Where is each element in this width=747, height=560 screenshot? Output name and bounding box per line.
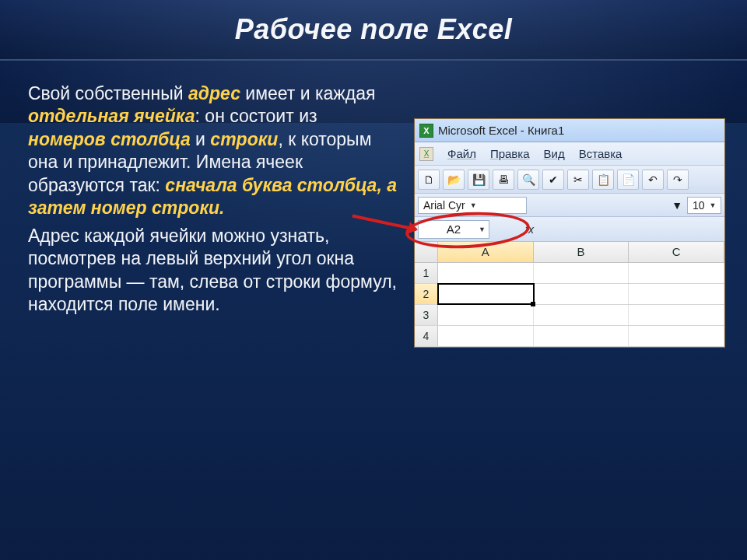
chevron-down-icon: ▼	[479, 226, 486, 233]
font-name-value: Arial Cyr	[423, 199, 465, 212]
row-header-1[interactable]: 1	[415, 263, 438, 283]
menu-insert[interactable]: Вставка	[579, 147, 622, 160]
grid-row: 4	[415, 326, 724, 347]
excel-window: X Microsoft Excel - Книга1 X Файл Правка…	[414, 118, 725, 348]
excel-fontbar: Arial Cyr ▼ ▼ 10 ▼	[415, 194, 724, 217]
paragraph-1: Свой собственный адрес имеет и каждая от…	[28, 82, 398, 220]
grid-row: 3	[415, 305, 724, 326]
column-headers: A B C	[415, 242, 724, 263]
print-icon[interactable]: 🖶	[493, 170, 514, 190]
highlight-cell: отдельная ячейка	[28, 106, 195, 126]
slide-title: Рабочее поле Excel	[235, 13, 513, 46]
paragraph-2: Адрес каждой ячейки можно узнать, посмот…	[28, 225, 398, 317]
text: имеет и каждая	[240, 83, 375, 103]
name-box-value: A2	[447, 222, 461, 236]
grid-row: 1	[415, 263, 724, 284]
menu-edit[interactable]: Правка	[490, 147, 530, 160]
redo-icon[interactable]: ↷	[667, 170, 689, 190]
copy-icon[interactable]: 📋	[592, 170, 614, 190]
new-icon[interactable]: 🗋	[418, 170, 440, 190]
menu-file[interactable]: Файл	[447, 147, 476, 160]
cut-icon[interactable]: ✂	[567, 170, 589, 190]
excel-logo-icon: X	[419, 124, 433, 138]
highlight-row: строки	[210, 129, 278, 149]
chevron-down-icon: ▼	[672, 199, 682, 212]
slide: Рабочее поле Excel Свой собственный адре…	[0, 0, 747, 560]
cell-c1[interactable]	[629, 263, 724, 283]
title-bar: Рабочее поле Excel	[0, 0, 747, 61]
text: Свой собственный	[28, 83, 188, 103]
font-name-combo[interactable]: Arial Cyr ▼	[418, 197, 527, 214]
excel-titlebar: X Microsoft Excel - Книга1	[415, 119, 724, 142]
excel-grid: A B C 1 2	[415, 242, 724, 347]
font-size-combo[interactable]: 10 ▼	[687, 197, 721, 214]
grid-row: 2	[415, 284, 724, 305]
excel-toolbar: 🗋 📂 💾 🖶 🔍 ✔ ✂ 📋 📄 ↶ ↷	[415, 166, 724, 194]
cell-c3[interactable]	[629, 305, 724, 325]
cell-b3[interactable]	[534, 305, 630, 325]
paste-icon[interactable]: 📄	[617, 170, 639, 190]
name-box[interactable]: A2 ▼	[418, 220, 489, 239]
cell-a1[interactable]	[438, 263, 534, 283]
excel-menubar: X Файл Правка Вид Вставка	[415, 142, 724, 166]
cell-a4[interactable]	[438, 326, 534, 346]
save-icon[interactable]: 💾	[468, 170, 489, 190]
cell-c4[interactable]	[629, 326, 724, 346]
highlight-col: номеров столбца	[28, 129, 191, 149]
font-size-value: 10	[693, 199, 705, 212]
cell-b2[interactable]	[534, 284, 630, 304]
row-header-3[interactable]: 3	[415, 305, 438, 325]
highlight-address: адрес	[188, 83, 240, 103]
col-header-c[interactable]: C	[629, 242, 724, 262]
excel-doc-icon: X	[419, 147, 433, 161]
text: и	[191, 129, 211, 149]
cell-b1[interactable]	[534, 263, 630, 283]
content-area: Свой собственный адрес имеет и каждая от…	[0, 61, 747, 348]
excel-title-text: Microsoft Excel - Книга1	[438, 124, 564, 137]
row-header-4[interactable]: 4	[415, 326, 438, 346]
menu-view[interactable]: Вид	[544, 147, 565, 160]
cell-a3[interactable]	[438, 305, 534, 325]
cell-c2[interactable]	[629, 284, 724, 304]
open-icon[interactable]: 📂	[443, 170, 465, 190]
print-preview-icon[interactable]: 🔍	[517, 170, 539, 190]
chevron-down-icon: ▼	[470, 201, 477, 209]
text: : он состоит из	[195, 106, 317, 126]
cell-a2[interactable]	[438, 284, 534, 304]
fx-label[interactable]: fx	[525, 223, 534, 236]
select-all-corner[interactable]	[415, 242, 438, 262]
undo-icon[interactable]: ↶	[642, 170, 664, 190]
col-header-b[interactable]: B	[534, 242, 630, 262]
col-header-a[interactable]: A	[438, 242, 534, 262]
text-column: Свой собственный адрес имеет и каждая от…	[28, 82, 398, 348]
image-column: X Microsoft Excel - Книга1 X Файл Правка…	[414, 82, 725, 348]
row-header-2[interactable]: 2	[415, 284, 438, 304]
excel-namebar: A2 ▼ fx	[415, 217, 724, 242]
spellcheck-icon[interactable]: ✔	[542, 170, 564, 190]
chevron-down-icon: ▼	[710, 201, 717, 209]
cell-b4[interactable]	[534, 326, 630, 346]
